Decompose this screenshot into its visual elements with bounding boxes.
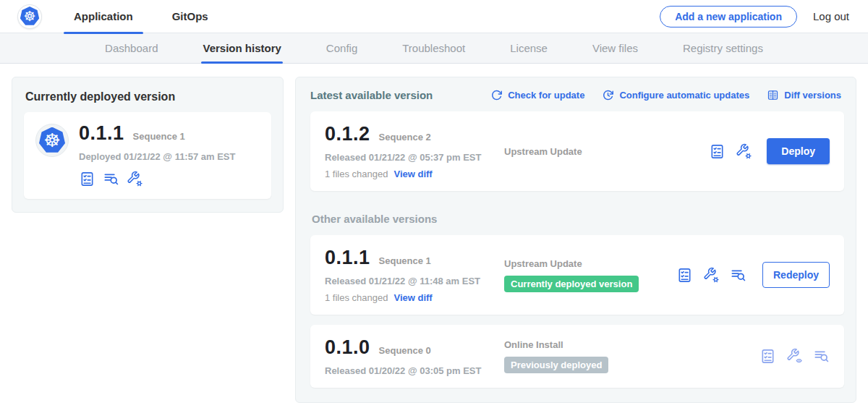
app-tabs: Application GitOps	[64, 0, 237, 33]
wrench-gear-icon[interactable]	[736, 143, 752, 160]
checklist-icon[interactable]	[79, 171, 95, 187]
logs-icon[interactable]	[730, 267, 746, 284]
version-sequence: Sequence 1	[379, 255, 431, 266]
check-for-update-link[interactable]: Check for update	[490, 89, 584, 101]
files-changed-label: 1 files changed	[325, 169, 388, 179]
subnav-version-history[interactable]: Version history	[201, 33, 282, 64]
version-source-label: Upstream Update	[504, 146, 582, 157]
version-sequence: Sequence 2	[379, 132, 431, 143]
currently-deployed-panel: Currently deployed version ☸ 0.1.1 Seque…	[12, 77, 284, 213]
logout-button[interactable]: Log out	[813, 10, 851, 22]
version-number: 0.1.2	[325, 123, 370, 145]
main-content: Currently deployed version ☸ 0.1.1 Seque…	[0, 64, 868, 403]
version-number: 0.1.1	[325, 247, 370, 269]
view-diff-link[interactable]: View diff	[393, 292, 432, 303]
wrench-gear-icon[interactable]	[703, 267, 720, 284]
wrench-eye-icon[interactable]	[786, 348, 803, 365]
kubernetes-logo-heptagon: ☸	[20, 7, 40, 26]
deployed-timestamp: Deployed 01/21/22 @ 11:57 am EST	[79, 151, 235, 162]
latest-available-title: Latest available version	[310, 89, 433, 101]
available-versions-panel: Latest available version Check for updat…	[295, 77, 856, 403]
version-source-label: Online Install	[504, 339, 563, 350]
tab-application[interactable]: Application	[64, 0, 143, 33]
kubernetes-logo: ☸	[17, 4, 42, 29]
currently-deployed-badge: Currently deployed version	[504, 276, 639, 292]
diff-versions-link[interactable]: Diff versions	[767, 89, 841, 101]
other-available-title: Other available versions	[312, 213, 844, 225]
subnav-config[interactable]: Config	[325, 33, 359, 64]
checklist-icon[interactable]	[709, 143, 726, 160]
tab-gitops[interactable]: GitOps	[162, 0, 218, 33]
subnav-view-files[interactable]: View files	[591, 33, 639, 64]
checklist-icon[interactable]	[760, 348, 776, 365]
logs-icon[interactable]	[103, 171, 119, 187]
configure-automatic-updates-link[interactable]: Configure automatic updates	[602, 89, 749, 101]
refresh-icon	[490, 89, 503, 101]
version-sequence: Sequence 0	[379, 345, 431, 356]
subnav-license[interactable]: License	[509, 33, 549, 64]
version-row-0-1-0: 0.1.0 Sequence 0 Released 01/20/22 @ 03:…	[310, 325, 844, 388]
view-diff-link[interactable]: View diff	[393, 169, 432, 179]
currently-deployed-title: Currently deployed version	[25, 90, 271, 103]
top-nav: ☸ Application GitOps Add a new applicati…	[0, 0, 868, 33]
released-timestamp: Released 01/21/22 @ 11:48 am EST	[325, 276, 504, 286]
helm-wheel-icon: ☸	[43, 131, 60, 150]
add-application-button[interactable]: Add a new application	[660, 6, 797, 27]
app-subnav: Dashboard Version history Config Trouble…	[0, 33, 868, 64]
previously-deployed-badge: Previously deployed	[504, 357, 608, 373]
currently-deployed-card: ☸ 0.1.1 Sequence 1 Deployed 01/21/22 @ 1…	[24, 112, 271, 199]
released-timestamp: Released 01/21/22 @ 05:37 pm EST	[325, 152, 504, 163]
deployed-version-number: 0.1.1	[79, 122, 124, 145]
deploy-button[interactable]: Deploy	[767, 138, 830, 164]
logs-icon[interactable]	[813, 348, 830, 365]
top-right-actions: Add a new application Log out	[660, 6, 851, 27]
wrench-gear-icon[interactable]	[127, 171, 143, 187]
version-row-0-1-1: 0.1.1 Sequence 1 Released 01/21/22 @ 11:…	[310, 235, 844, 315]
version-row-0-1-2: 0.1.2 Sequence 2 Released 01/21/22 @ 05:…	[310, 111, 844, 191]
helm-wheel-icon: ☸	[23, 9, 35, 23]
app-logo: ☸	[35, 124, 69, 157]
diff-icon	[767, 89, 779, 101]
checklist-icon[interactable]	[676, 267, 693, 284]
subnav-dashboard[interactable]: Dashboard	[103, 33, 159, 64]
subnav-troubleshoot[interactable]: Troubleshoot	[401, 33, 467, 64]
version-number: 0.1.0	[325, 336, 370, 359]
auto-update-icon	[602, 89, 614, 101]
version-source-label: Upstream Update	[504, 258, 582, 269]
released-timestamp: Released 01/20/22 @ 03:05 pm EST	[325, 365, 504, 376]
deployed-sequence: Sequence 1	[133, 131, 185, 142]
subnav-registry-settings[interactable]: Registry settings	[681, 33, 765, 64]
files-changed-label: 1 files changed	[325, 292, 388, 303]
redeploy-button[interactable]: Redeploy	[762, 262, 830, 288]
